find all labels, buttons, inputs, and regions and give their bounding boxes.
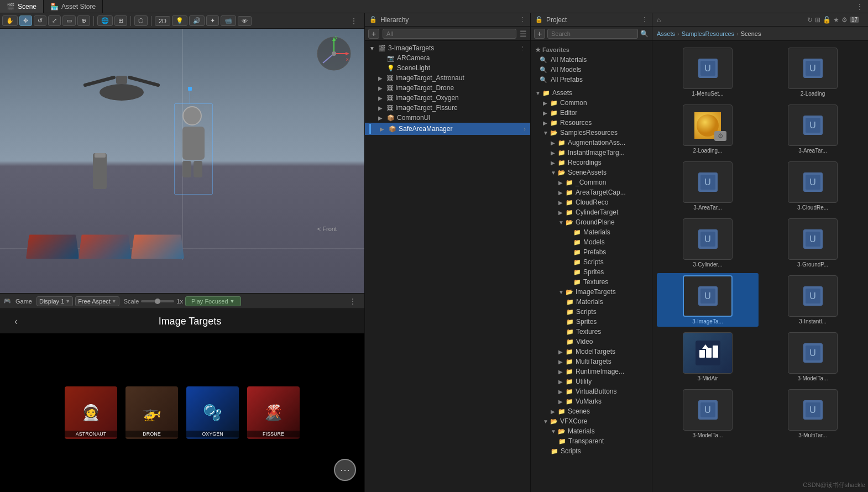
ptree-areatargetcap[interactable]: ▶ 📁 AreaTargetCap...: [531, 187, 652, 197]
asset-3-modeltar[interactable]: U 3-ModelTa...: [762, 330, 864, 384]
game-display-dropdown[interactable]: Display 1 ▼: [36, 296, 73, 306]
ptree-runtimeimage[interactable]: ▶ 📁 RuntimeImage...: [531, 367, 652, 376]
ptree-it-scripts[interactable]: 📁 Scripts: [531, 307, 652, 317]
root-more-icon[interactable]: ⋮: [520, 45, 526, 52]
ptree-recordings[interactable]: ▶ 📁 Recordings: [531, 158, 652, 168]
assets-grid-view-icon[interactable]: ⊞: [815, 16, 820, 24]
tabs-overflow-btn[interactable]: ⋮: [851, 2, 868, 11]
ptree-instantimage[interactable]: ▶ 📁 InstantImageTarg...: [531, 148, 652, 158]
ptree-gp-models[interactable]: 📁 Models: [531, 237, 652, 247]
move-tool-btn[interactable]: ✥: [19, 15, 32, 26]
lighting-btn[interactable]: 💡: [172, 15, 187, 26]
ptree-sceneassets[interactable]: ▼ 📂 SceneAssets: [531, 168, 652, 177]
target-card-fissure[interactable]: 🌋 FISSURE: [247, 386, 300, 439]
asset-3-groundp[interactable]: U 3-GroundP...: [762, 216, 864, 270]
asset-2-loading-sphere[interactable]: ⚙ 2-Loading...: [657, 102, 759, 156]
gizmos-btn[interactable]: 👁: [238, 16, 252, 26]
ptree-gp-sprites[interactable]: 📁 Sprites: [531, 267, 652, 277]
breadcrumb-samplesresources[interactable]: SamplesResources: [682, 30, 734, 37]
tree-item-safeareamanager[interactable]: ▶ 📦 SafeAreaManager ›: [365, 123, 530, 135]
game-back-btn[interactable]: ‹: [8, 313, 24, 329]
assets-refresh-icon[interactable]: ↻: [807, 16, 813, 24]
scale-tool-btn[interactable]: ⤢: [48, 15, 61, 26]
ptree-augmentation[interactable]: ▶ 📁 AugmentationAss...: [531, 138, 652, 148]
scene-canvas[interactable]: y x < Front: [0, 29, 364, 293]
tree-item-drone[interactable]: ▶ 🖼 ImageTarget_Drone: [365, 83, 530, 93]
hierarchy-search-input[interactable]: [383, 29, 516, 39]
asset-3-imageta-selected[interactable]: U 3-ImageTa...: [657, 273, 759, 327]
project-overflow-icon[interactable]: ⋮: [641, 16, 647, 23]
safearea-nav-icon[interactable]: ›: [524, 125, 526, 132]
ptree-common[interactable]: ▶ 📁 Common: [531, 98, 652, 108]
asset-3-cloudre[interactable]: U 3-CloudRe...: [762, 159, 864, 213]
ptree-modeltargets[interactable]: ▶ 📁 ModelTargets: [531, 347, 652, 357]
asset-1-menuset[interactable]: U 1-MenuSet...: [657, 45, 759, 99]
ptree-multitargets[interactable]: ▶ 📁 MultiTargets: [531, 357, 652, 367]
ptree-editor[interactable]: ▶ 📁 Editor: [531, 108, 652, 118]
tree-item-scenelight[interactable]: 💡 SceneLight: [365, 63, 530, 73]
ptree-vfx-transparent[interactable]: 📁 Transparent: [531, 436, 652, 446]
tree-item-root[interactable]: ▼ 🎬 3-ImageTargets ⋮: [365, 43, 530, 53]
ptree-gp-prefabs[interactable]: 📁 Prefabs: [531, 247, 652, 257]
ptree-resources[interactable]: ▶ 📁 Resources: [531, 118, 652, 128]
favorites-all-materials[interactable]: 🔍 All Materials: [531, 55, 652, 65]
target-card-astronaut[interactable]: 🧑‍🚀 ASTRONAUT: [65, 386, 117, 439]
ptree-it-video[interactable]: 📁 Video: [531, 337, 652, 347]
project-search-icon[interactable]: 🔍: [640, 30, 649, 38]
ptree-gp-textures[interactable]: 📁 Textures: [531, 277, 652, 287]
scene-toolbar-dots[interactable]: ⋮: [346, 17, 362, 25]
ptree-it-textures[interactable]: 📁 Textures: [531, 327, 652, 337]
center-pivot-btn[interactable]: ⬡: [134, 15, 148, 26]
tree-item-astronaut[interactable]: ▶ 🖼 ImageTarget_Astronaut: [365, 73, 530, 83]
target-card-oxygen[interactable]: 🫧 OXYGEN: [186, 386, 239, 439]
ptree-groundplane[interactable]: ▼ 📂 GroundPlane: [531, 217, 652, 227]
asset-3-midair[interactable]: 3-MidAir: [657, 330, 759, 384]
tree-item-oxygen[interactable]: ▶ 🖼 ImageTarget_Oxygen: [365, 93, 530, 103]
hierarchy-overflow-icon[interactable]: ⋮: [520, 16, 526, 23]
scale-slider-track[interactable]: [141, 300, 174, 302]
ptree-it-materials[interactable]: 📁 Materials: [531, 297, 652, 307]
ptree-it-sprites[interactable]: 📁 Sprites: [531, 317, 652, 327]
ptree-cloudreco[interactable]: ▶ 📁 CloudReco: [531, 197, 652, 207]
transform-tool-btn[interactable]: ⊕: [77, 15, 90, 26]
game-toolbar-dots[interactable]: ⋮: [344, 297, 361, 306]
favorites-all-models[interactable]: 🔍 All Models: [531, 65, 652, 75]
ptree-virtualbuttons[interactable]: ▶ 📁 VirtualButtons: [531, 386, 652, 396]
ptree-cylindertarget[interactable]: ▶ 📁 CylinderTarget: [531, 207, 652, 217]
project-search-input[interactable]: [547, 29, 638, 39]
asset-3-instantl[interactable]: U 3-Instantl...: [762, 273, 864, 327]
target-card-drone[interactable]: 🚁 DRONE: [126, 386, 178, 439]
ptree-vumarks[interactable]: ▶ 📁 VuMarks: [531, 396, 652, 406]
project-add-btn[interactable]: +: [534, 29, 545, 39]
asset-3-cylinder[interactable]: U 3-Cylinder...: [657, 216, 759, 270]
ptree-scenes[interactable]: ▶ 📁 Scenes: [531, 406, 652, 416]
project-lock-icon[interactable]: 🔓: [535, 16, 543, 23]
breadcrumb-assets[interactable]: Assets: [657, 30, 675, 37]
asset-3-areatar-1[interactable]: U 3-AreaTar...: [762, 102, 864, 156]
camera-btn[interactable]: 📹: [221, 15, 236, 26]
hierarchy-menu-icon[interactable]: ☰: [520, 29, 527, 38]
game-aspect-dropdown[interactable]: Free Aspect ▼: [75, 296, 119, 306]
asset-3-areatar-2[interactable]: U 3-AreaTar...: [657, 159, 759, 213]
ptree-utility[interactable]: ▶ 📁 Utility: [531, 376, 652, 386]
game-more-btn[interactable]: ⋯: [334, 459, 356, 481]
tab-asset-store[interactable]: 🏪 Asset Store: [44, 0, 103, 13]
hierarchy-lock-icon[interactable]: 🔓: [369, 16, 377, 23]
tree-item-fissure[interactable]: ▶ 🖼 ImageTarget_Fissure: [365, 103, 530, 113]
ptree-gp-scripts[interactable]: 📁 Scripts: [531, 257, 652, 267]
hand-tool-btn[interactable]: ✋: [2, 15, 18, 26]
tree-item-commonui[interactable]: ▶ 📦 CommonUI: [365, 113, 530, 123]
tree-item-arcamera[interactable]: 📷 ARCamera: [365, 53, 530, 63]
ptree-imagetargets[interactable]: ▼ 📂 ImageTargets: [531, 287, 652, 297]
ptree-samplesresources[interactable]: ▼ 📂 SamplesResources: [531, 128, 652, 138]
favorites-all-prefabs[interactable]: 🔍 All Prefabs: [531, 75, 652, 85]
rotate-tool-btn[interactable]: ↺: [34, 15, 46, 26]
ptree-assets-root[interactable]: ▼ 📁 Assets: [531, 88, 652, 98]
asset-3-multitar[interactable]: U 3-MultiTar...: [762, 387, 864, 441]
ptree-gp-materials[interactable]: 📁 Materials: [531, 227, 652, 237]
snap-btn[interactable]: ⊞: [114, 15, 127, 26]
play-focused-btn[interactable]: Play Focused ▼: [185, 296, 241, 306]
ptree-vfxcore[interactable]: ▼ 📂 VFXCore: [531, 416, 652, 426]
2d-btn[interactable]: 2D: [155, 16, 170, 26]
ptree-vfx-materials[interactable]: ▼ 📂 Materials: [531, 426, 652, 436]
